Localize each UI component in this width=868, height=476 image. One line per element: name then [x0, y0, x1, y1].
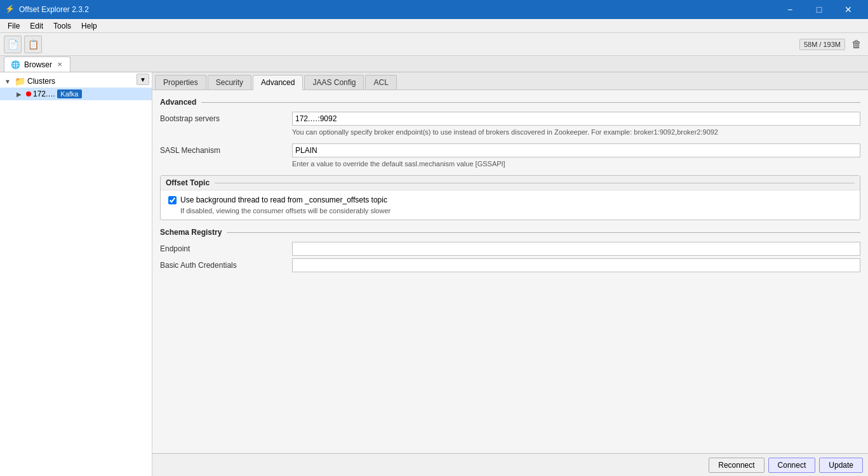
basic-auth-row: Basic Auth Credentials: [160, 258, 860, 272]
toolbar-new-button[interactable]: 📄: [4, 36, 22, 53]
clusters-folder-icon: 📁: [15, 76, 25, 86]
offset-topic-heading: Offset Topic: [161, 176, 860, 190]
offset-topic-checkbox-row: Use background thread to read from _cons…: [168, 195, 852, 204]
node-kafka-badge: Kafka: [57, 89, 81, 98]
app-title: Offset Explorer 2.3.2: [19, 5, 89, 14]
tab-advanced[interactable]: Advanced: [253, 75, 303, 90]
node-expand-icon: ▶: [14, 89, 24, 99]
clusters-label: Clusters: [27, 77, 55, 86]
toolbar-left: 📄 📋: [4, 36, 42, 53]
titlebar: ⚡ Offset Explorer 2.3.2 − □ ✕: [0, 0, 868, 19]
advanced-section-heading: Advanced: [160, 98, 860, 107]
offset-topic-hint: If disabled, viewing the consumer offset…: [180, 207, 852, 215]
clusters-expand-icon: ▼: [3, 76, 13, 86]
offset-topic-checkbox[interactable]: [168, 196, 177, 204]
sasl-mechanism-row: SASL Mechanism: [160, 143, 860, 157]
gc-button[interactable]: 🗑: [849, 37, 864, 52]
bootstrap-servers-row: Bootstrap servers: [160, 112, 860, 126]
menu-edit[interactable]: Edit: [25, 20, 48, 32]
tab-jaas-config[interactable]: JAAS Config: [304, 75, 364, 89]
menu-file[interactable]: File: [3, 20, 25, 32]
reconnect-button[interactable]: Reconnect: [709, 458, 764, 473]
endpoint-row: Endpoint: [160, 242, 860, 256]
endpoint-input[interactable]: [292, 242, 860, 256]
sasl-mechanism-hint: Enter a value to override the default sa…: [292, 160, 860, 168]
sasl-mechanism-input[interactable]: [292, 143, 860, 157]
offset-topic-section: Offset Topic Use background thread to re…: [160, 175, 860, 220]
maximize-button[interactable]: □: [805, 0, 834, 19]
tab-properties[interactable]: Properties: [155, 75, 206, 89]
tree-clusters[interactable]: ▼ 📁 Clusters: [0, 75, 152, 88]
node-ip-label: 172.…: [33, 89, 55, 98]
node-status-dot: [26, 91, 31, 96]
titlebar-left: ⚡ Offset Explorer 2.3.2: [5, 4, 89, 15]
sasl-mechanism-label: SASL Mechanism: [160, 146, 287, 155]
basic-auth-label: Basic Auth Credentials: [160, 261, 287, 270]
main-area: ▼ ▼ 📁 Clusters ▶ 172.… Kafka Properties …: [0, 72, 868, 476]
close-button[interactable]: ✕: [834, 0, 863, 19]
tree-node[interactable]: ▶ 172.… Kafka: [0, 88, 152, 100]
browser-tab-label: Browser: [24, 60, 52, 69]
schema-registry-section: Schema Registry Endpoint Basic Auth Cred…: [160, 228, 860, 272]
advanced-tab-content: Advanced Bootstrap servers You can optio…: [152, 90, 868, 453]
tab-security[interactable]: Security: [208, 75, 251, 89]
inner-tabs: Properties Security Advanced JAAS Config…: [152, 72, 868, 90]
bootstrap-servers-input[interactable]: [292, 112, 860, 126]
offset-topic-checkbox-label: Use background thread to read from _cons…: [180, 195, 387, 204]
bootstrap-servers-label: Bootstrap servers: [160, 114, 287, 123]
browser-tab[interactable]: 🌐 Browser ✕: [4, 56, 70, 72]
tab-acl[interactable]: ACL: [365, 75, 396, 89]
browser-tab-close[interactable]: ✕: [56, 60, 63, 69]
update-button[interactable]: Update: [819, 458, 863, 473]
endpoint-label: Endpoint: [160, 244, 287, 253]
menubar: File Edit Tools Help: [0, 19, 868, 33]
browser-tab-icon: 🌐: [11, 60, 20, 69]
bottom-bar: Reconnect Connect Update: [152, 453, 868, 476]
basic-auth-input[interactable]: [292, 258, 860, 272]
toolbar: 📄 📋 58M / 193M 🗑: [0, 33, 868, 56]
menu-help[interactable]: Help: [76, 20, 102, 32]
bootstrap-servers-hint: You can optionally specify broker endpoi…: [292, 128, 860, 136]
toolbar-clipboard-button[interactable]: 📋: [24, 36, 42, 53]
minimize-button[interactable]: −: [775, 0, 805, 19]
connect-button[interactable]: Connect: [768, 458, 816, 473]
offset-topic-label: Offset Topic: [166, 178, 210, 187]
app-icon: ⚡: [5, 4, 15, 15]
menu-tools[interactable]: Tools: [48, 20, 76, 32]
window-controls: − □ ✕: [775, 0, 863, 19]
toolbar-right: 58M / 193M 🗑: [799, 37, 864, 52]
offset-topic-content: Use background thread to read from _cons…: [161, 190, 860, 220]
sidebar-scroll-btn[interactable]: ▼: [137, 74, 149, 85]
memory-indicator: 58M / 193M: [799, 39, 845, 50]
schema-registry-heading: Schema Registry: [160, 228, 860, 237]
browser-tabbar: 🌐 Browser ✕: [0, 56, 868, 72]
content-panel: Properties Security Advanced JAAS Config…: [152, 72, 868, 476]
sidebar: ▼ ▼ 📁 Clusters ▶ 172.… Kafka: [0, 72, 152, 476]
